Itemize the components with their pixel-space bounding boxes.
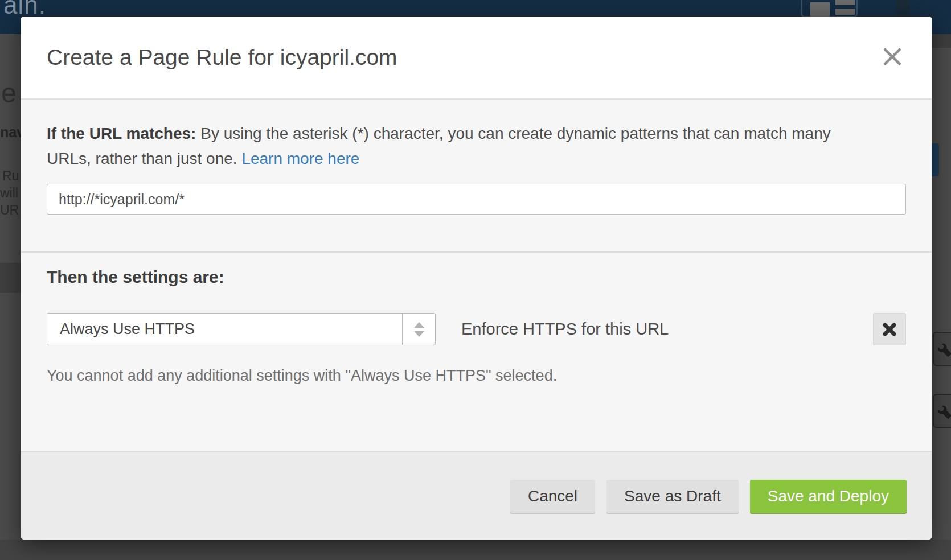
url-match-description: If the URL matches: By using the asteris… — [47, 121, 844, 171]
layout-view-icon-bar — [835, 0, 855, 5]
background-text-fragment: Ru — [2, 168, 19, 184]
settings-heading: Then the settings are: — [47, 267, 906, 287]
modal-title: Create a Page Rule for icyapril.com — [47, 45, 397, 70]
chevron-up-icon — [414, 322, 424, 328]
settings-helper-text: You cannot add any additional settings w… — [47, 367, 906, 385]
setting-row: Always Use HTTPS Enforce HTTPS for this … — [47, 313, 906, 345]
layout-view-icon-block — [810, 2, 830, 17]
close-button[interactable]: × — [878, 42, 907, 70]
background-text-fragment: UR — [0, 203, 19, 218]
save-and-deploy-button[interactable]: Save and Deploy — [750, 480, 907, 513]
layout-view-icon-bar — [835, 9, 855, 15]
background-text-fragment: e — [1, 77, 17, 109]
select-value-wrap: Always Use HTTPS — [47, 314, 402, 345]
modal-footer: Cancel Save as Draft Save and Deploy — [21, 451, 932, 540]
background-blue-button-edge — [932, 143, 939, 176]
partial-navbar-icon — [896, 0, 910, 17]
save-as-draft-button[interactable]: Save as Draft — [606, 480, 739, 513]
url-pattern-input[interactable] — [47, 184, 906, 215]
select-selected-value: Always Use HTTPS — [60, 320, 195, 338]
setting-description: Enforce HTTPS for this URL — [461, 320, 669, 339]
background-text-fragment: will — [0, 186, 18, 201]
url-match-section: If the URL matches: By using the asteris… — [21, 100, 932, 251]
wrench-icon — [933, 394, 951, 428]
close-icon: × — [879, 37, 906, 74]
wrench-icon — [933, 332, 951, 366]
background-bottom-strip — [0, 540, 951, 560]
remove-setting-button[interactable] — [873, 313, 906, 345]
create-page-rule-modal: Create a Page Rule for icyapril.com × If… — [21, 17, 932, 540]
background-table-header-strip — [0, 263, 21, 293]
setting-select[interactable]: Always Use HTTPS — [47, 313, 436, 345]
background-right-strip — [932, 34, 951, 48]
remove-x-icon — [882, 322, 897, 337]
settings-section: Then the settings are: Always Use HTTPS … — [21, 253, 932, 385]
cancel-button[interactable]: Cancel — [510, 480, 595, 513]
learn-more-link[interactable]: Learn more here — [241, 150, 359, 167]
url-match-label: If the URL matches: — [47, 125, 196, 142]
select-stepper[interactable] — [402, 314, 435, 345]
layout-view-icon — [801, 0, 858, 18]
chevron-down-icon — [414, 331, 424, 337]
modal-header: Create a Page Rule for icyapril.com × — [21, 17, 932, 100]
